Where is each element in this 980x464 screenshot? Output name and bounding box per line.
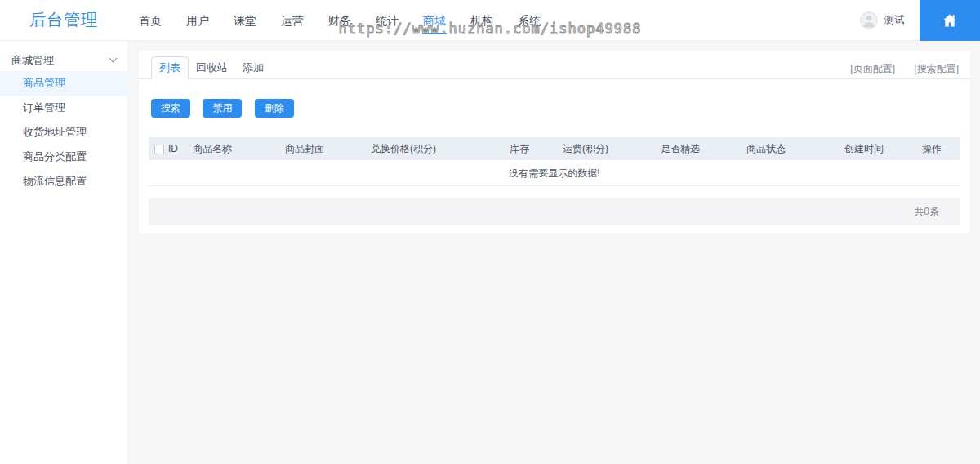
nav-item-classroom[interactable]: 课堂 — [234, 0, 256, 41]
col-exchange-price: 兑换价格(积分) — [371, 142, 510, 156]
nav-item-users[interactable]: 用户 — [186, 0, 209, 41]
product-list-card: 列表 回收站 添加 [页面配置] [搜索配置] 搜索 禁用 删除 ID 商品名称… — [139, 51, 970, 233]
table-header-row: ID 商品名称 商品封面 兑换价格(积分) 库存 运费(积分) 是否精选 商品状… — [149, 137, 960, 160]
user-avatar-icon[interactable] — [860, 11, 878, 29]
sidebar-group-label: 商城管理 — [11, 53, 54, 68]
nav-item-home[interactable]: 首页 — [139, 0, 162, 41]
total-count-label: 共0条 — [914, 205, 939, 219]
sidebar-item-product-category-config[interactable]: 商品分类配置 — [0, 145, 127, 169]
username-label: 测试 — [884, 13, 904, 27]
col-id: ID — [168, 143, 193, 154]
search-button[interactable]: 搜索 — [151, 99, 190, 118]
empty-state-text: 没有需要显示的数据! — [509, 167, 599, 179]
tab-recycle-bin[interactable]: 回收站 — [189, 57, 235, 78]
main-content-area: 列表 回收站 添加 [页面配置] [搜索配置] 搜索 禁用 删除 ID 商品名称… — [127, 41, 980, 464]
products-table: ID 商品名称 商品封面 兑换价格(积分) 库存 运费(积分) 是否精选 商品状… — [149, 137, 960, 186]
delete-button[interactable]: 删除 — [255, 99, 294, 118]
col-shipping-fee: 运费(积分) — [563, 142, 661, 156]
nav-item-organization[interactable]: 机构 — [470, 0, 493, 41]
sidebar-item-shipping-address[interactable]: 收货地址管理 — [0, 120, 127, 145]
app-logo[interactable]: 后台管理 — [0, 9, 127, 31]
pagination-bar: 共0条 — [149, 198, 960, 225]
col-product-cover: 商品封面 — [285, 142, 371, 156]
nav-item-mall[interactable]: 商城 — [423, 0, 446, 41]
home-icon — [942, 12, 958, 29]
tab-bar: 列表 回收站 添加 [页面配置] [搜索配置] — [139, 51, 970, 79]
col-product-name: 商品名称 — [193, 142, 285, 156]
col-created-time: 创建时间 — [844, 142, 922, 156]
nav-item-system[interactable]: 系统 — [518, 0, 541, 41]
top-nav-bar: 后台管理 首页 用户 课堂 运营 财务 统计 商城 机构 系统 测试 — [0, 0, 980, 41]
nav-item-operations[interactable]: 运营 — [281, 0, 304, 41]
sidebar-group-mall-management[interactable]: 商城管理 — [0, 49, 127, 71]
col-stock: 库存 — [510, 142, 563, 156]
table-empty-state: 没有需要显示的数据! — [149, 160, 960, 186]
page-config-link[interactable]: [页面配置] — [850, 63, 895, 74]
sidebar-item-product-management[interactable]: 商品管理 — [0, 71, 127, 96]
nav-right-area: 测试 — [860, 0, 980, 41]
col-product-status: 商品状态 — [746, 142, 844, 156]
search-config-link[interactable]: [搜索配置] — [914, 63, 959, 74]
config-links: [页面配置] [搜索配置] — [834, 62, 959, 76]
chevron-down-icon — [109, 55, 118, 63]
select-all-checkbox[interactable] — [154, 145, 164, 154]
sidebar: 商城管理 商品管理 订单管理 收货地址管理 商品分类配置 物流信息配置 — [0, 41, 127, 464]
nav-item-statistics[interactable]: 统计 — [376, 0, 399, 41]
top-nav-menu: 首页 用户 课堂 运营 财务 统计 商城 机构 系统 — [139, 0, 565, 41]
sidebar-item-logistics-info-config[interactable]: 物流信息配置 — [0, 169, 127, 194]
home-button[interactable] — [920, 0, 980, 41]
tab-list[interactable]: 列表 — [151, 56, 189, 79]
action-button-row: 搜索 禁用 删除 — [151, 99, 970, 118]
col-featured: 是否精选 — [661, 142, 746, 156]
disable-button[interactable]: 禁用 — [203, 99, 242, 118]
nav-item-finance[interactable]: 财务 — [328, 0, 351, 41]
sidebar-item-order-management[interactable]: 订单管理 — [0, 96, 127, 120]
col-actions: 操作 — [922, 142, 960, 156]
tab-add[interactable]: 添加 — [235, 57, 271, 78]
